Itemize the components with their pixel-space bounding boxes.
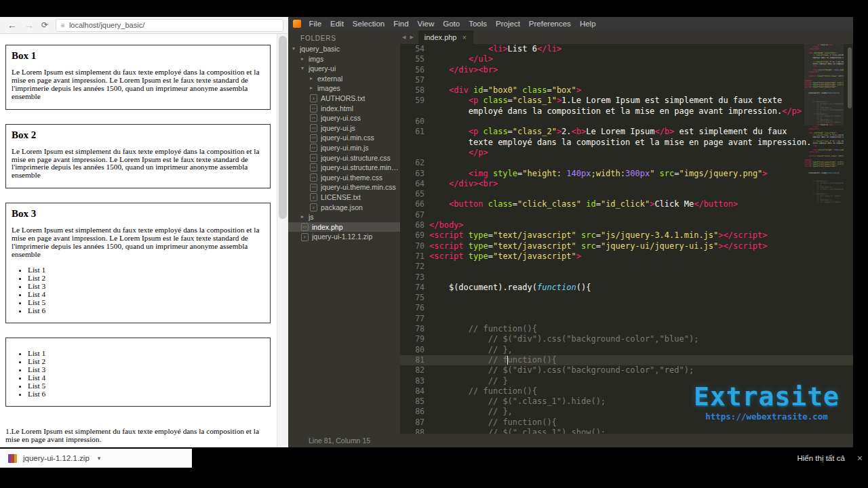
code-line-wrap[interactable]: </p>	[400, 148, 853, 158]
code-line-81[interactable]: 81 // function(){	[400, 355, 853, 365]
menu-help[interactable]: Help	[575, 20, 600, 28]
code-editor[interactable]: 54 <li>List 6</li>55 </ul>56 </div><br>5…	[400, 44, 853, 434]
sidebar-item-package-json[interactable]: ≡package.json	[288, 203, 400, 213]
sidebar-item-js[interactable]: ▸js	[288, 212, 400, 222]
browser-scrollbar-thumb[interactable]	[279, 36, 287, 219]
menu-edit[interactable]: Edit	[326, 20, 349, 28]
code-line-83[interactable]: 83 // }	[400, 376, 853, 386]
code-line-64[interactable]: 64 </div><br>	[400, 179, 853, 189]
menu-goto[interactable]: Goto	[439, 20, 465, 28]
sidebar-item-authors-txt[interactable]: ≡AUTHORS.txt	[288, 94, 400, 104]
code-line-61[interactable]: 61 <p class="class_2">2.<b>Le Lorem Ipsu…	[400, 127, 853, 137]
code-line-wrap[interactable]: employé dans la composition et la mise e…	[400, 106, 853, 117]
sidebar-item-index-html[interactable]: <>index.html	[288, 104, 400, 114]
menu-find[interactable]: Find	[389, 20, 413, 28]
box-list: List 1List 2List 3List 4List 5List 6	[28, 266, 264, 314]
forward-icon[interactable]: →	[24, 17, 34, 33]
chevron-down-icon: ▾	[292, 44, 300, 54]
code-line-77[interactable]: 77	[400, 314, 853, 324]
sidebar-item-external[interactable]: ▸external	[288, 74, 400, 84]
code-line-78[interactable]: 78 // function(){	[400, 324, 853, 334]
code-line-88[interactable]: 88 // $(".class_1").show();	[400, 428, 853, 434]
code-line-57[interactable]: 57	[400, 75, 853, 85]
code-line-wrap[interactable]: texte employé dans la composition et la …	[400, 138, 853, 148]
line-number: 59	[400, 96, 425, 106]
sidebar-item-license-txt[interactable]: ≡LICENSE.txt	[288, 192, 400, 203]
code-line-67[interactable]: 67	[400, 210, 853, 220]
code-line-55[interactable]: 55 </ul>	[400, 54, 853, 64]
code-line-87[interactable]: 87 // function(){	[400, 418, 853, 428]
zip-file-icon	[8, 454, 17, 463]
code-line-70[interactable]: 70<script type="text/javascript" src="jq…	[400, 241, 853, 251]
code-line-76[interactable]: 76	[400, 303, 853, 313]
sidebar-item-jquery-ui-js[interactable]: <>jquery-ui.js	[288, 123, 400, 134]
code-line-69[interactable]: 69<script type="text/javascript" src="js…	[400, 230, 853, 241]
back-icon[interactable]: ←	[7, 17, 17, 33]
code-line-66[interactable]: 66 <button class="click_class" id="id_cl…	[400, 199, 853, 209]
sidebar-item-label: jquery-ui.structure.css	[321, 153, 391, 163]
code-line-73[interactable]: 73	[400, 272, 853, 283]
download-bar-close-icon[interactable]: ×	[857, 453, 863, 464]
address-bar[interactable]: ≡ localhost/jquery_basic/	[56, 19, 283, 32]
sidebar-item-label: index.html	[321, 104, 353, 114]
tab-scroll-right-icon[interactable]: ▶	[408, 35, 415, 40]
tab-scroll-left-icon[interactable]: ◀	[400, 35, 408, 40]
code-line-71[interactable]: 71<script type="text/javascript">	[400, 251, 853, 262]
code-line-74[interactable]: 74 $(document).ready(function(){	[400, 283, 853, 293]
sidebar-item-jquery-ui-min-css[interactable]: <>jquery-ui.min.css	[288, 133, 400, 143]
line-number: 80	[400, 345, 425, 355]
menu-file[interactable]: File	[304, 20, 326, 28]
code-line-58[interactable]: 58 <div id="box0" class="box">	[400, 85, 853, 96]
code-line-54[interactable]: 54 <li>List 6</li>	[400, 44, 853, 54]
code-line-72[interactable]: 72	[400, 262, 853, 272]
sidebar-item-jquery-ui-css[interactable]: <>jquery-ui.css	[288, 113, 400, 123]
sidebar-item-jquery-ui-structure-css[interactable]: <>jquery-ui.structure.css	[288, 153, 400, 163]
code-line-75[interactable]: 75	[400, 293, 853, 303]
code-line-85[interactable]: 85 // $(".class_1").hide();	[400, 396, 853, 407]
code-line-62[interactable]: 62	[400, 158, 853, 168]
menu-selection[interactable]: Selection	[348, 20, 389, 28]
sidebar-item-jquery-ui-theme-min-css[interactable]: <>jquery-ui.theme.min.css	[288, 182, 400, 192]
editor-scrollbar-thumb[interactable]	[848, 47, 852, 108]
code-line-82[interactable]: 82 // $("div").css("background-color","r…	[400, 365, 853, 375]
tab-index-php[interactable]: index.php ×	[418, 30, 473, 44]
code-line-84[interactable]: 84 // function(){	[400, 386, 853, 396]
menu-tools[interactable]: Tools	[465, 20, 492, 28]
sidebar-item-jquery-ui-theme-css[interactable]: <>jquery-ui.theme.css	[288, 173, 400, 183]
sidebar-item-jquery-basic[interactable]: ▾jquery_basic	[288, 44, 400, 54]
code-line-65[interactable]: 65	[400, 189, 853, 199]
line-number: 60	[400, 117, 425, 127]
minimap[interactable]: 54 <li>List 6</li>55 </ul>56 </div><br>5…	[804, 44, 844, 261]
code-line-59[interactable]: 59 <p class="class_1">1.Le Lorem Ipsum e…	[400, 96, 853, 106]
code-line-80[interactable]: 80 // },	[400, 345, 853, 355]
sidebar-item-jquery-ui-min-js[interactable]: <>jquery-ui.min.js	[288, 143, 400, 153]
code-line-63[interactable]: 63 <img style="height: 140px;width:300px…	[400, 169, 853, 179]
code-line-79[interactable]: 79 // $("div").css("background-color","b…	[400, 334, 853, 344]
sidebar-item-imgs[interactable]: ▸imgs	[288, 54, 400, 64]
show-all-downloads-link[interactable]: Hiển thị tất cả	[797, 454, 844, 462]
editor-scrollbar[interactable]	[847, 44, 852, 434]
chevron-right-icon: ▸	[310, 74, 317, 84]
sidebar-item-index-php[interactable]: <>index.php	[288, 222, 400, 232]
menu-project[interactable]: Project	[492, 20, 525, 28]
sidebar-item-images[interactable]: ▸images	[288, 83, 400, 94]
file-icon: <>	[310, 154, 317, 162]
menu-view[interactable]: View	[413, 20, 439, 28]
tab-close-icon[interactable]: ×	[462, 33, 467, 41]
line-number: 66	[400, 199, 425, 209]
code-line-60[interactable]: 60	[400, 117, 853, 127]
code-line-68[interactable]: 68</body>	[400, 220, 853, 230]
line-number: 67	[400, 210, 425, 220]
line-number: 56	[400, 65, 425, 75]
menu-preferences[interactable]: Preferences	[524, 20, 575, 28]
code-line-86[interactable]: 86 // },	[400, 407, 853, 417]
sidebar-item-jquery-ui-structure-min-css[interactable]: <>jquery-ui.structure.min.css	[288, 163, 400, 173]
code-line-56[interactable]: 56 </div><br>	[400, 65, 853, 75]
download-menu-caret-icon[interactable]: ▾	[98, 455, 101, 462]
file-icon: ≡	[301, 233, 309, 241]
sidebar-item-jquery-ui[interactable]: ▾jquery-ui	[288, 64, 400, 74]
download-item[interactable]: jquery-ui-1.12.1.zip ▾	[0, 449, 192, 468]
sidebar-item-jquery-ui-1-12-1-zip[interactable]: ≡jquery-ui-1.12.1.zip	[288, 232, 400, 242]
browser-scrollbar[interactable]	[277, 34, 288, 447]
reload-icon[interactable]: ⟳	[41, 17, 48, 33]
